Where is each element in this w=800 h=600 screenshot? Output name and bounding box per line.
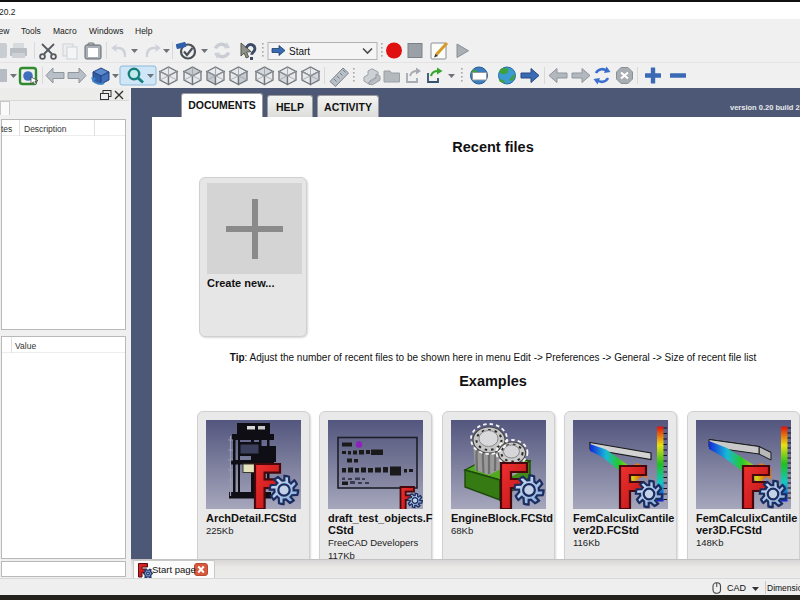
svg-text:Start: Start bbox=[289, 46, 310, 57]
